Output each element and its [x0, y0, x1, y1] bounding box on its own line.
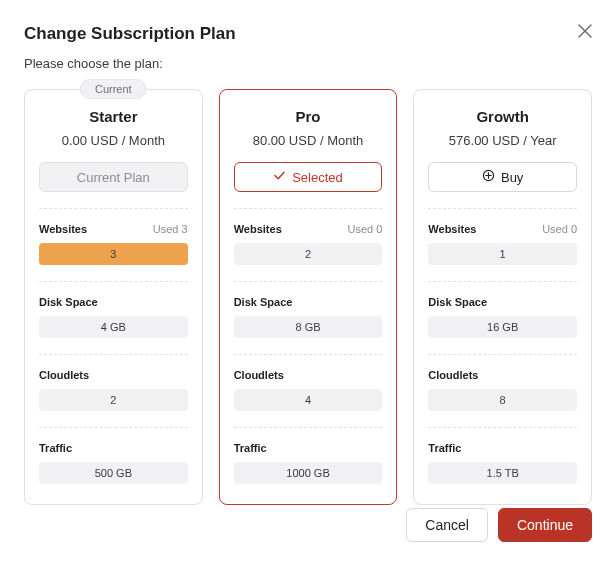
close-icon[interactable]	[578, 24, 592, 38]
feature-label: Websites	[234, 223, 282, 235]
feature-label: Traffic	[234, 442, 267, 454]
traffic-label-row: Traffic	[234, 442, 383, 454]
cloudlets-bar: 2	[39, 389, 188, 411]
websites-label-row: Websites Used 0	[428, 223, 577, 235]
bar-value: 1	[500, 248, 506, 260]
divider	[234, 354, 383, 355]
feature-label: Cloudlets	[428, 369, 478, 381]
feature-label: Disk Space	[39, 296, 98, 308]
button-label: Cancel	[425, 517, 469, 533]
dialog-header: Change Subscription Plan	[24, 24, 592, 56]
feature-label: Websites	[428, 223, 476, 235]
continue-button[interactable]: Continue	[498, 508, 592, 542]
plus-circle-icon	[482, 169, 495, 185]
dialog-title: Change Subscription Plan	[24, 24, 236, 44]
feature-label: Disk Space	[234, 296, 293, 308]
dialog-footer: Cancel Continue	[406, 508, 592, 542]
bar-value: 1.5 TB	[487, 467, 519, 479]
button-label: Buy	[501, 170, 523, 185]
selected-button[interactable]: Selected	[234, 162, 383, 192]
cloudlets-label-row: Cloudlets	[234, 369, 383, 381]
divider	[428, 208, 577, 209]
websites-bar: 1	[428, 243, 577, 265]
plan-price: 576.00 USD / Year	[428, 133, 577, 148]
disk-label-row: Disk Space	[428, 296, 577, 308]
websites-bar: 3	[39, 243, 188, 265]
plan-card-growth[interactable]: Growth 576.00 USD / Year Buy Websites Us…	[413, 89, 592, 505]
cancel-button[interactable]: Cancel	[406, 508, 488, 542]
cloudlets-label-row: Cloudlets	[39, 369, 188, 381]
divider	[234, 281, 383, 282]
button-label: Continue	[517, 517, 573, 533]
disk-label-row: Disk Space	[39, 296, 188, 308]
divider	[428, 427, 577, 428]
check-icon	[273, 169, 286, 185]
plans-row: Current Starter 0.00 USD / Month Current…	[24, 89, 592, 505]
bar-value: 500 GB	[95, 467, 132, 479]
traffic-bar: 1000 GB	[234, 462, 383, 484]
feature-label: Traffic	[39, 442, 72, 454]
bar-value: 2	[110, 394, 116, 406]
button-label: Selected	[292, 170, 343, 185]
traffic-bar: 500 GB	[39, 462, 188, 484]
feature-used: Used 0	[542, 223, 577, 235]
feature-label: Websites	[39, 223, 87, 235]
bar-value: 1000 GB	[286, 467, 329, 479]
traffic-label-row: Traffic	[428, 442, 577, 454]
bar-value: 8 GB	[295, 321, 320, 333]
websites-label-row: Websites Used 3	[39, 223, 188, 235]
dialog-subtitle: Please choose the plan:	[24, 56, 592, 71]
disk-bar: 4 GB	[39, 316, 188, 338]
plan-card-pro[interactable]: Pro 80.00 USD / Month Selected Websites …	[219, 89, 398, 505]
plan-name: Pro	[234, 108, 383, 125]
divider	[428, 354, 577, 355]
feature-used: Used 3	[153, 223, 188, 235]
button-label: Current Plan	[77, 170, 150, 185]
traffic-label-row: Traffic	[39, 442, 188, 454]
current-badge: Current	[80, 79, 147, 99]
plan-price: 0.00 USD / Month	[39, 133, 188, 148]
divider	[234, 427, 383, 428]
bar-value: 4	[305, 394, 311, 406]
divider	[234, 208, 383, 209]
disk-bar: 16 GB	[428, 316, 577, 338]
bar-value: 4 GB	[101, 321, 126, 333]
buy-button[interactable]: Buy	[428, 162, 577, 192]
divider	[39, 427, 188, 428]
websites-label-row: Websites Used 0	[234, 223, 383, 235]
feature-label: Traffic	[428, 442, 461, 454]
feature-used: Used 0	[347, 223, 382, 235]
plan-price: 80.00 USD / Month	[234, 133, 383, 148]
feature-label: Disk Space	[428, 296, 487, 308]
bar-value: 3	[110, 248, 116, 260]
current-plan-button: Current Plan	[39, 162, 188, 192]
plan-name: Starter	[39, 108, 188, 125]
divider	[39, 208, 188, 209]
divider	[428, 281, 577, 282]
feature-label: Cloudlets	[39, 369, 89, 381]
cloudlets-label-row: Cloudlets	[428, 369, 577, 381]
divider	[39, 354, 188, 355]
feature-label: Cloudlets	[234, 369, 284, 381]
subscription-dialog: Change Subscription Plan Please choose t…	[0, 0, 616, 529]
websites-bar: 2	[234, 243, 383, 265]
disk-label-row: Disk Space	[234, 296, 383, 308]
divider	[39, 281, 188, 282]
bar-value: 8	[500, 394, 506, 406]
plan-name: Growth	[428, 108, 577, 125]
cloudlets-bar: 8	[428, 389, 577, 411]
plan-card-starter: Current Starter 0.00 USD / Month Current…	[24, 89, 203, 505]
cloudlets-bar: 4	[234, 389, 383, 411]
bar-value: 2	[305, 248, 311, 260]
bar-value: 16 GB	[487, 321, 518, 333]
disk-bar: 8 GB	[234, 316, 383, 338]
traffic-bar: 1.5 TB	[428, 462, 577, 484]
